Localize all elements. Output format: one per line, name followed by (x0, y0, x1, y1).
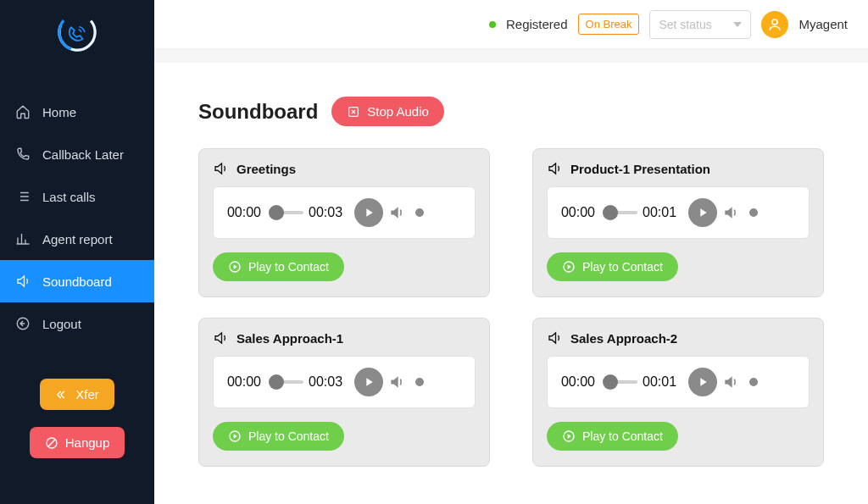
stop-icon (347, 105, 360, 119)
player-menu-button[interactable] (749, 208, 758, 217)
progress-track[interactable] (604, 211, 637, 214)
sidebar-item-label: Soundboard (42, 274, 112, 289)
xfer-label: Xfer (75, 387, 99, 402)
progress-knob-icon[interactable] (269, 205, 284, 220)
play-button[interactable] (354, 198, 383, 227)
sidebar-item-label: Logout (42, 317, 81, 331)
card-title: Sales Approach-1 (236, 331, 343, 346)
play-icon (696, 206, 709, 219)
sidebar-item-label: Home (42, 105, 76, 119)
phone-logo-icon (55, 10, 99, 54)
list-icon (15, 189, 31, 204)
bars-icon (15, 231, 31, 246)
play-button[interactable] (688, 368, 717, 396)
speaker-icon (213, 161, 228, 176)
sidebar-item-label: Callback Later (42, 147, 124, 162)
username-label: Myagent (798, 17, 848, 31)
audio-player: 00:00 00:03 (213, 356, 476, 408)
sound-card: Product-1 Presentation 00:00 00:01 Play … (532, 148, 824, 297)
time-total: 00:03 (309, 374, 349, 390)
sidebar-actions: Xfer Hangup (0, 379, 154, 458)
time-current: 00:00 (558, 205, 598, 220)
sidebar-nav: Home Callback Later Last calls Agent rep… (0, 91, 154, 345)
progress-track[interactable] (270, 380, 303, 384)
player-menu-button[interactable] (415, 378, 424, 386)
chevron-down-icon (733, 22, 742, 27)
sidebar-item-agentreport[interactable]: Agent report (0, 218, 154, 260)
card-title: Product-1 Presentation (570, 162, 710, 176)
volume-icon[interactable] (722, 204, 739, 221)
speaker-icon (547, 330, 562, 346)
audio-player: 00:00 00:03 (213, 186, 476, 239)
play-button[interactable] (688, 198, 717, 227)
sidebar-item-soundboard[interactable]: Soundboard (0, 260, 154, 302)
sidebar-item-logout[interactable]: Logout (0, 302, 154, 345)
hangup-button[interactable]: Hangup (30, 427, 125, 458)
play-circle-icon (228, 260, 242, 274)
sidebar-item-lastcalls[interactable]: Last calls (0, 175, 154, 218)
audio-player: 00:00 00:01 (547, 186, 810, 239)
break-badge: On Break (578, 14, 640, 35)
soundboard-grid: Greetings 00:00 00:03 Play to Contact (198, 148, 824, 467)
registered-label: Registered (506, 17, 568, 31)
volume-icon[interactable] (388, 204, 405, 221)
svg-point-4 (772, 19, 777, 25)
sidebar: Home Callback Later Last calls Agent rep… (0, 0, 154, 504)
time-total: 00:03 (309, 205, 349, 220)
play-circle-icon (228, 429, 242, 443)
volume-icon[interactable] (388, 374, 405, 390)
content-area: Soundboard Stop Audio Greetings 00:00 00… (154, 63, 868, 504)
player-menu-button[interactable] (415, 208, 424, 217)
page-head: Soundboard Stop Audio (198, 97, 824, 126)
play-circle-icon (562, 429, 576, 443)
user-icon (767, 17, 782, 32)
sound-card: Sales Approach-1 00:00 00:03 Play to Con… (198, 318, 490, 467)
sound-card: Greetings 00:00 00:03 Play to Contact (198, 148, 490, 297)
progress-track[interactable] (604, 380, 637, 384)
sidebar-item-label: Agent report (42, 232, 113, 246)
block-icon (45, 436, 58, 450)
topbar: Registered On Break Set status Myagent (154, 0, 868, 49)
speaker-icon (15, 274, 31, 289)
stop-audio-button[interactable]: Stop Audio (331, 97, 444, 126)
play-to-contact-button[interactable]: Play to Contact (213, 422, 344, 451)
sidebar-item-label: Last calls (42, 190, 96, 204)
play-to-contact-button[interactable]: Play to Contact (547, 252, 678, 281)
svg-point-0 (55, 10, 99, 54)
progress-track[interactable] (270, 211, 303, 214)
play-to-contact-label: Play to Contact (582, 429, 663, 443)
volume-icon[interactable] (722, 374, 739, 390)
avatar[interactable] (761, 11, 788, 38)
hangup-label: Hangup (65, 435, 110, 450)
time-current: 00:00 (224, 205, 264, 220)
play-button[interactable] (354, 368, 383, 396)
progress-knob-icon[interactable] (603, 374, 618, 390)
time-total: 00:01 (643, 205, 683, 220)
main-column: Registered On Break Set status Myagent S… (154, 0, 868, 504)
progress-knob-icon[interactable] (603, 205, 618, 220)
time-current: 00:00 (558, 374, 598, 390)
page-title: Soundboard (198, 100, 318, 124)
sound-card: Sales Approach-2 00:00 00:01 Play to Con… (532, 318, 824, 467)
speaker-icon (213, 330, 228, 346)
play-icon (362, 375, 376, 389)
logout-icon (15, 316, 31, 331)
status-dot-icon (489, 21, 496, 28)
audio-player: 00:00 00:01 (547, 356, 810, 408)
player-menu-button[interactable] (749, 378, 758, 386)
play-circle-icon (562, 260, 576, 274)
svg-point-1 (55, 10, 99, 54)
phone-icon (15, 147, 31, 162)
progress-knob-icon[interactable] (269, 374, 284, 390)
play-to-contact-button[interactable]: Play to Contact (547, 422, 678, 451)
brand-logo (0, 0, 154, 64)
sidebar-item-callback[interactable]: Callback Later (0, 133, 154, 175)
status-select[interactable]: Set status (649, 10, 751, 39)
stop-audio-label: Stop Audio (367, 104, 429, 119)
card-title: Sales Approach-2 (570, 331, 677, 346)
play-to-contact-label: Play to Contact (248, 429, 329, 443)
sidebar-item-home[interactable]: Home (0, 91, 154, 133)
play-icon (696, 375, 709, 389)
play-to-contact-button[interactable]: Play to Contact (213, 252, 344, 281)
xfer-button[interactable]: Xfer (40, 379, 114, 410)
